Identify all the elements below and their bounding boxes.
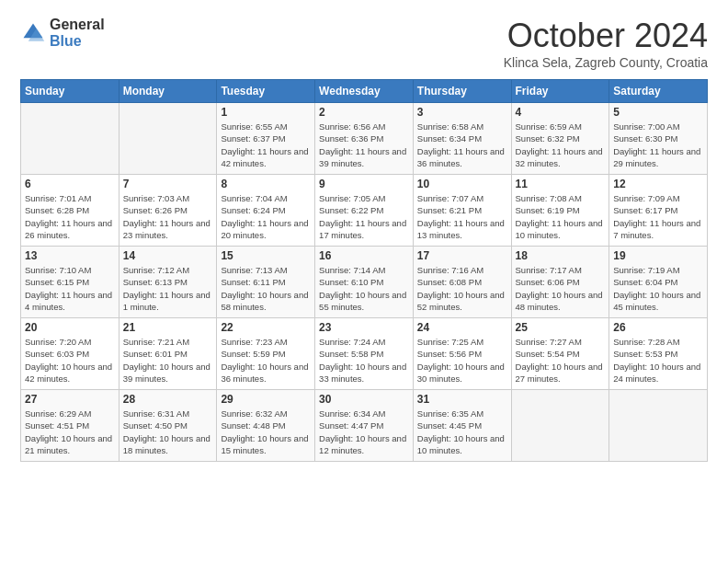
calendar-cell: 13Sunrise: 7:10 AM Sunset: 6:15 PM Dayli… <box>21 247 119 318</box>
day-info: Sunrise: 7:12 AM Sunset: 6:13 PM Dayligh… <box>123 264 213 313</box>
day-number: 14 <box>123 249 213 262</box>
day-number: 23 <box>319 321 409 334</box>
calendar-cell: 10Sunrise: 7:07 AM Sunset: 6:21 PM Dayli… <box>413 175 511 247</box>
weekday-header-row: SundayMondayTuesdayWednesdayThursdayFrid… <box>21 80 708 103</box>
day-info: Sunrise: 7:25 AM Sunset: 5:56 PM Dayligh… <box>417 336 507 385</box>
day-info: Sunrise: 7:01 AM Sunset: 6:28 PM Dayligh… <box>25 192 115 241</box>
day-number: 25 <box>516 321 606 334</box>
calendar-cell: 23Sunrise: 7:24 AM Sunset: 5:58 PM Dayli… <box>315 318 414 390</box>
location-subtitle: Klinca Sela, Zagreb County, Croatia <box>504 55 708 70</box>
day-number: 27 <box>25 393 115 406</box>
day-number: 4 <box>516 106 606 119</box>
day-info: Sunrise: 7:27 AM Sunset: 5:54 PM Dayligh… <box>516 336 606 385</box>
calendar-cell: 19Sunrise: 7:19 AM Sunset: 6:04 PM Dayli… <box>609 247 708 318</box>
day-info: Sunrise: 7:13 AM Sunset: 6:11 PM Dayligh… <box>221 264 311 313</box>
day-info: Sunrise: 6:55 AM Sunset: 6:37 PM Dayligh… <box>221 121 311 169</box>
calendar-cell: 29Sunrise: 6:32 AM Sunset: 4:48 PM Dayli… <box>217 390 315 462</box>
calendar-week-3: 13Sunrise: 7:10 AM Sunset: 6:15 PM Dayli… <box>21 247 708 318</box>
day-number: 22 <box>221 321 311 334</box>
day-info: Sunrise: 7:00 AM Sunset: 6:30 PM Dayligh… <box>613 121 703 169</box>
calendar-cell: 16Sunrise: 7:14 AM Sunset: 6:10 PM Dayli… <box>315 247 414 318</box>
weekday-header-monday: Monday <box>119 80 217 103</box>
calendar-cell <box>609 390 708 462</box>
calendar-cell: 11Sunrise: 7:08 AM Sunset: 6:19 PM Dayli… <box>511 175 609 247</box>
calendar-cell <box>119 103 217 175</box>
day-info: Sunrise: 7:08 AM Sunset: 6:19 PM Dayligh… <box>516 192 606 241</box>
calendar-week-5: 27Sunrise: 6:29 AM Sunset: 4:51 PM Dayli… <box>21 390 708 462</box>
calendar-cell: 21Sunrise: 7:21 AM Sunset: 6:01 PM Dayli… <box>119 318 217 390</box>
calendar-week-2: 6Sunrise: 7:01 AM Sunset: 6:28 PM Daylig… <box>21 175 708 247</box>
calendar-cell <box>511 390 609 462</box>
day-number: 2 <box>319 106 409 119</box>
calendar-cell: 26Sunrise: 7:28 AM Sunset: 5:53 PM Dayli… <box>609 318 708 390</box>
day-number: 12 <box>613 178 703 190</box>
day-number: 15 <box>221 249 311 262</box>
day-info: Sunrise: 7:05 AM Sunset: 6:22 PM Dayligh… <box>319 192 409 241</box>
weekday-header-wednesday: Wednesday <box>315 80 414 103</box>
day-number: 28 <box>123 393 213 406</box>
day-info: Sunrise: 7:09 AM Sunset: 6:17 PM Dayligh… <box>613 192 703 241</box>
day-info: Sunrise: 6:31 AM Sunset: 4:50 PM Dayligh… <box>123 408 213 456</box>
calendar-cell: 2Sunrise: 6:56 AM Sunset: 6:36 PM Daylig… <box>315 103 414 175</box>
calendar-cell: 20Sunrise: 7:20 AM Sunset: 6:03 PM Dayli… <box>21 318 119 390</box>
day-info: Sunrise: 7:23 AM Sunset: 5:59 PM Dayligh… <box>221 336 311 385</box>
month-title: October 2024 <box>504 17 708 55</box>
day-number: 29 <box>221 393 311 406</box>
calendar-week-1: 1Sunrise: 6:55 AM Sunset: 6:37 PM Daylig… <box>21 103 708 175</box>
day-info: Sunrise: 7:14 AM Sunset: 6:10 PM Dayligh… <box>319 264 409 313</box>
calendar-week-4: 20Sunrise: 7:20 AM Sunset: 6:03 PM Dayli… <box>21 318 708 390</box>
day-number: 9 <box>319 178 409 190</box>
calendar-cell: 30Sunrise: 6:34 AM Sunset: 4:47 PM Dayli… <box>315 390 414 462</box>
day-info: Sunrise: 6:58 AM Sunset: 6:34 PM Dayligh… <box>417 121 507 169</box>
day-number: 11 <box>516 178 606 190</box>
day-number: 1 <box>221 106 311 119</box>
logo-general-text: General <box>50 17 105 33</box>
day-number: 31 <box>417 393 507 406</box>
logo-icon <box>20 20 46 46</box>
day-info: Sunrise: 7:17 AM Sunset: 6:06 PM Dayligh… <box>516 264 606 313</box>
day-number: 6 <box>25 178 115 190</box>
title-block: October 2024 Klinca Sela, Zagreb County,… <box>504 17 708 70</box>
day-info: Sunrise: 7:04 AM Sunset: 6:24 PM Dayligh… <box>221 192 311 241</box>
day-info: Sunrise: 7:19 AM Sunset: 6:04 PM Dayligh… <box>613 264 703 313</box>
calendar-cell: 31Sunrise: 6:35 AM Sunset: 4:45 PM Dayli… <box>413 390 511 462</box>
calendar-cell: 25Sunrise: 7:27 AM Sunset: 5:54 PM Dayli… <box>511 318 609 390</box>
logo-text: General Blue <box>50 17 105 49</box>
day-number: 30 <box>319 393 409 406</box>
calendar-cell: 15Sunrise: 7:13 AM Sunset: 6:11 PM Dayli… <box>217 247 315 318</box>
day-info: Sunrise: 7:16 AM Sunset: 6:08 PM Dayligh… <box>417 264 507 313</box>
day-info: Sunrise: 6:59 AM Sunset: 6:32 PM Dayligh… <box>516 121 606 169</box>
day-number: 19 <box>613 249 703 262</box>
weekday-header-saturday: Saturday <box>609 80 708 103</box>
calendar-cell: 14Sunrise: 7:12 AM Sunset: 6:13 PM Dayli… <box>119 247 217 318</box>
day-number: 17 <box>417 249 507 262</box>
weekday-header-sunday: Sunday <box>21 80 119 103</box>
day-info: Sunrise: 7:03 AM Sunset: 6:26 PM Dayligh… <box>123 192 213 241</box>
day-number: 7 <box>123 178 213 190</box>
calendar-cell: 3Sunrise: 6:58 AM Sunset: 6:34 PM Daylig… <box>413 103 511 175</box>
header: General Blue October 2024 Klinca Sela, Z… <box>20 17 708 70</box>
calendar-cell: 1Sunrise: 6:55 AM Sunset: 6:37 PM Daylig… <box>217 103 315 175</box>
calendar-cell: 12Sunrise: 7:09 AM Sunset: 6:17 PM Dayli… <box>609 175 708 247</box>
day-info: Sunrise: 6:29 AM Sunset: 4:51 PM Dayligh… <box>25 408 115 456</box>
day-number: 18 <box>516 249 606 262</box>
day-info: Sunrise: 6:34 AM Sunset: 4:47 PM Dayligh… <box>319 408 409 456</box>
day-number: 13 <box>25 249 115 262</box>
weekday-header-tuesday: Tuesday <box>217 80 315 103</box>
calendar-cell: 6Sunrise: 7:01 AM Sunset: 6:28 PM Daylig… <box>21 175 119 247</box>
day-number: 8 <box>221 178 311 190</box>
logo: General Blue <box>20 17 105 49</box>
day-info: Sunrise: 7:24 AM Sunset: 5:58 PM Dayligh… <box>319 336 409 385</box>
calendar-cell: 5Sunrise: 7:00 AM Sunset: 6:30 PM Daylig… <box>609 103 708 175</box>
logo-blue-text: Blue <box>50 33 105 50</box>
calendar-cell: 22Sunrise: 7:23 AM Sunset: 5:59 PM Dayli… <box>217 318 315 390</box>
day-number: 5 <box>613 106 703 119</box>
calendar-cell: 4Sunrise: 6:59 AM Sunset: 6:32 PM Daylig… <box>511 103 609 175</box>
calendar-cell: 18Sunrise: 7:17 AM Sunset: 6:06 PM Dayli… <box>511 247 609 318</box>
calendar-cell: 27Sunrise: 6:29 AM Sunset: 4:51 PM Dayli… <box>21 390 119 462</box>
calendar-cell: 7Sunrise: 7:03 AM Sunset: 6:26 PM Daylig… <box>119 175 217 247</box>
calendar-cell: 24Sunrise: 7:25 AM Sunset: 5:56 PM Dayli… <box>413 318 511 390</box>
day-number: 26 <box>613 321 703 334</box>
calendar-table: SundayMondayTuesdayWednesdayThursdayFrid… <box>20 79 708 462</box>
day-number: 24 <box>417 321 507 334</box>
